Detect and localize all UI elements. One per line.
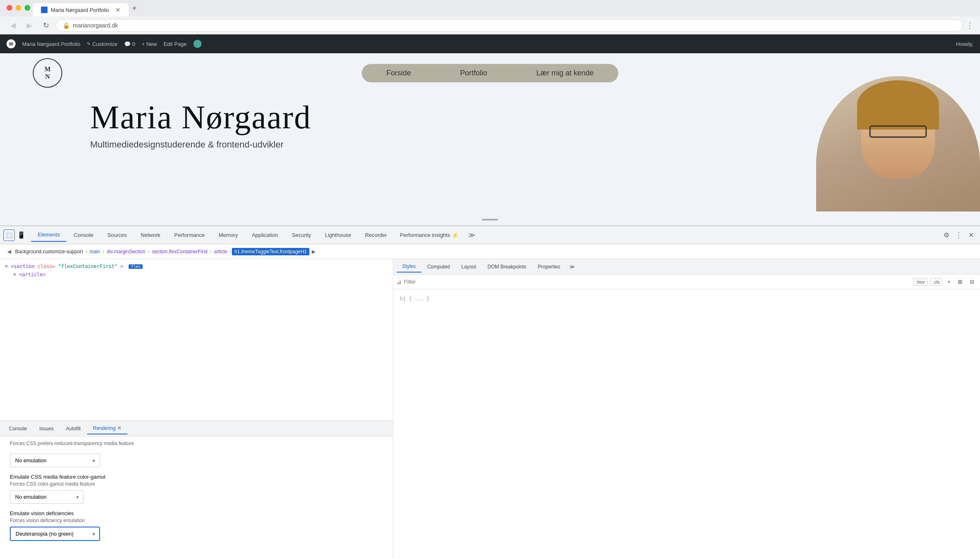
breadcrumb-background[interactable]: Background.customize-support xyxy=(14,248,84,255)
element-state-icon[interactable]: ⊞ xyxy=(955,278,965,286)
rendering-section2: Emulate CSS media feature color-gamut Fo… xyxy=(0,474,393,510)
extension-icon1[interactable]: ⋮ xyxy=(966,21,973,30)
tab-memory[interactable]: Memory xyxy=(212,229,245,241)
tab-security[interactable]: Security xyxy=(285,229,318,241)
forward-button[interactable]: ▶ xyxy=(23,19,36,32)
tab-close-icon[interactable]: ✕ xyxy=(116,7,120,13)
hero-portrait xyxy=(816,76,980,225)
comments-icon: 💬 xyxy=(124,41,131,47)
cls-button[interactable]: .cls xyxy=(930,278,943,286)
drag-handle[interactable] xyxy=(0,211,980,225)
url-text: marianorgaard.dk xyxy=(73,22,956,29)
new-tab-btn[interactable]: + xyxy=(129,0,140,16)
tab-elements[interactable]: Elements xyxy=(31,228,66,242)
browser-window: Maria Nørgaard Portfolio ✕ + ◀ ▶ ↻ 🔒 mar… xyxy=(0,0,980,559)
styles-tab-dom-bp[interactable]: DOM Breakpoints xyxy=(482,261,532,272)
bottom-tab-autofill[interactable]: Autofill xyxy=(60,423,86,434)
hero-subtitle: Multimediedesignstuderende & frontend-ud… xyxy=(90,139,311,150)
wp-customize[interactable]: ✎ Customize xyxy=(87,41,117,47)
tab-lighthouse[interactable]: Lighthouse xyxy=(318,229,358,241)
url-bar-row: ◀ ▶ ↻ 🔒 marianorgaard.dk ⋮ xyxy=(0,16,980,34)
styles-content: h1 { ... } xyxy=(393,289,980,559)
window-controls xyxy=(7,5,30,11)
styles-tabs: Styles Computed Layout DOM Breakpoints P… xyxy=(393,259,980,275)
select-wrapper-3: Deuteranopia (no green) No emulation Blu… xyxy=(10,527,100,541)
bottom-tab-issues[interactable]: Issues xyxy=(34,423,59,434)
wp-howdy[interactable]: Howdy, xyxy=(956,41,973,47)
add-style-button[interactable]: + xyxy=(945,278,953,286)
elements-tree: ▼ <section class= "flexContainerFirst" >… xyxy=(0,259,393,420)
breadcrumb-main[interactable]: main xyxy=(88,248,102,255)
styles-tab-layout[interactable]: Layout xyxy=(456,261,482,272)
tab-sources[interactable]: Sources xyxy=(101,229,134,241)
select-wrapper-2: No emulation srgb p3 rec2020 ▼ xyxy=(10,490,84,504)
breadcrumb-section-flex[interactable]: section.flexContainerFirst xyxy=(150,248,209,255)
breadcrumb-forward-arrow[interactable]: ▶ xyxy=(309,249,318,255)
wp-admin-bar: W Maria Nørgaard Portfolio ✎ Customize 💬… xyxy=(0,34,980,53)
device-icon-btn[interactable]: 📱 xyxy=(16,230,27,241)
hero-text: Maria Nørgaard Multimediedesignstuderend… xyxy=(90,101,311,150)
tab-application[interactable]: Application xyxy=(245,229,285,241)
back-button[interactable]: ◀ xyxy=(7,19,20,32)
rendering-close-icon[interactable]: ✕ xyxy=(117,425,122,431)
tab-favicon xyxy=(41,7,48,13)
devtools-bottom-tabs: Console Issues Autofill Rendering ✕ xyxy=(0,420,393,436)
tab-network[interactable]: Network xyxy=(134,229,167,241)
breadcrumb-sep2: › xyxy=(102,249,105,255)
wp-logo[interactable]: W xyxy=(7,39,16,48)
nav-forside[interactable]: Forside xyxy=(386,69,411,77)
vision-select[interactable]: Deuteranopia (no green) No emulation Blu… xyxy=(10,527,100,541)
nav-laer[interactable]: Lær mig at kende xyxy=(536,69,594,77)
rendering-panel: Forces CSS prefers-reduced-transparency … xyxy=(0,436,393,559)
maximize-btn[interactable] xyxy=(25,5,30,11)
devtools-panel: ⬚ 📱 Elements Console Sources Network Per… xyxy=(0,225,980,559)
devtools-close-icon[interactable]: ✕ xyxy=(965,230,977,241)
wp-comments[interactable]: 💬 0 xyxy=(124,41,135,47)
url-bar[interactable]: 🔒 marianorgaard.dk xyxy=(56,19,963,32)
bottom-tab-rendering[interactable]: Rendering ✕ xyxy=(87,423,127,434)
active-tab[interactable]: Maria Nørgaard Portfolio ✕ xyxy=(33,3,129,16)
flex-badge[interactable]: flex xyxy=(129,264,143,269)
breadcrumb-h1[interactable]: h1.themeToggleText.frontpageH1 xyxy=(232,248,309,255)
wp-new[interactable]: + New xyxy=(142,41,157,47)
hov-button[interactable]: :hov xyxy=(913,278,928,286)
extensions-area: ⋮ xyxy=(966,21,973,30)
breadcrumb-article[interactable]: article xyxy=(212,248,229,255)
devtools-right-panel: Styles Computed Layout DOM Breakpoints P… xyxy=(393,259,980,559)
hero-section: Maria Nørgaard Multimediedesignstuderend… xyxy=(0,93,980,158)
inspect-icon-btn[interactable]: ⬚ xyxy=(3,230,15,241)
layout-toggle-icon[interactable]: ⊟ xyxy=(967,278,977,286)
devtools-more-icon[interactable]: ⋮ xyxy=(953,230,964,241)
tab-performance[interactable]: Performance xyxy=(168,229,211,241)
wp-site-name[interactable]: Maria Nørgaard Portfolio xyxy=(22,41,80,47)
minimize-btn[interactable] xyxy=(16,5,21,11)
nav-portfolio[interactable]: Portfolio xyxy=(460,69,487,77)
section-element[interactable]: ▼ <section class= "flexContainerFirst" >… xyxy=(5,262,388,270)
breadcrumb-sep4: › xyxy=(209,249,212,255)
styles-filter-bar: ⊿ :hov .cls + ⊞ ⊟ xyxy=(393,275,980,289)
styles-filter-input[interactable] xyxy=(404,279,911,285)
styles-tab-more[interactable]: ≫ xyxy=(566,261,578,272)
devtools-left-panel: ▼ <section class= "flexContainerFirst" >… xyxy=(0,259,393,559)
refresh-button[interactable]: ↻ xyxy=(39,19,52,32)
wp-edit-page[interactable]: Edit Page xyxy=(163,41,186,47)
tab-perf-insights[interactable]: Performance insights ⚡ xyxy=(394,229,464,242)
breadcrumb-back-arrow[interactable]: ◀ xyxy=(5,249,14,255)
emulation-select-2[interactable]: No emulation srgb p3 rec2020 xyxy=(10,490,84,504)
page-content: MN Forside Portfolio Lær mig at kende Ma… xyxy=(0,53,980,225)
styles-tab-computed[interactable]: Computed xyxy=(422,261,456,272)
more-tabs-btn[interactable]: ≫ xyxy=(465,228,479,242)
filter-icon: ⊿ xyxy=(397,279,402,285)
tab-recorder[interactable]: Recorder xyxy=(358,229,393,241)
bottom-tab-console[interactable]: Console xyxy=(3,423,33,434)
tab-console[interactable]: Console xyxy=(67,229,100,241)
portfolio-nav: Forside Portfolio Lær mig at kende xyxy=(362,64,618,82)
breadcrumb-div-margin[interactable]: div.marginSection xyxy=(105,248,147,255)
styles-tab-styles[interactable]: Styles xyxy=(397,261,422,273)
devtools-breadcrumb: ◀ Background.customize-support › main › … xyxy=(0,244,980,259)
devtools-settings-icon[interactable]: ⚙ xyxy=(941,230,952,241)
article-element[interactable]: ▼ <article> xyxy=(5,270,388,279)
emulation-select-1[interactable]: No emulation Reduced No preference xyxy=(10,454,100,467)
styles-tab-properties[interactable]: Properties xyxy=(532,261,566,272)
close-btn[interactable] xyxy=(7,5,12,11)
